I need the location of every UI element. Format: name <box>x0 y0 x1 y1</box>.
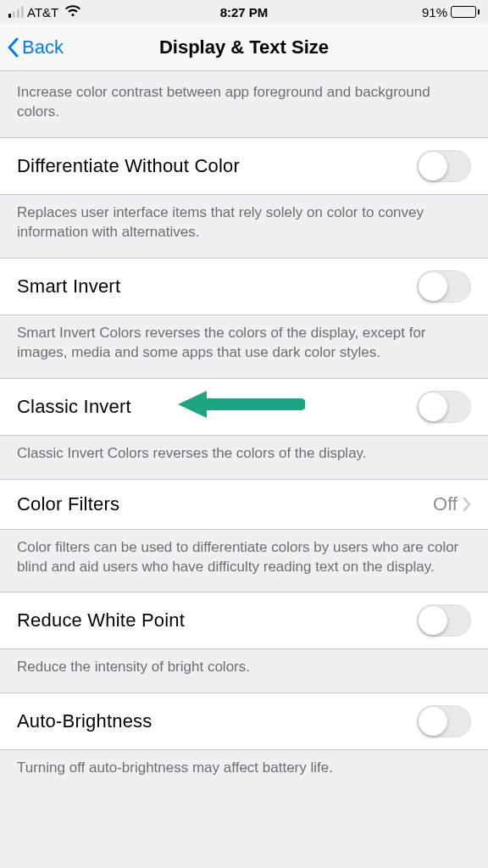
footer-color-filters: Color filters can be used to differentia… <box>0 530 488 593</box>
footer-reduce-white-point: Reduce the intensity of bright colors. <box>0 649 488 693</box>
toggle-smart-invert[interactable] <box>417 270 471 303</box>
battery-icon <box>451 6 480 18</box>
status-bar: AT&T 8:27 PM 91% <box>0 0 488 24</box>
row-auto-brightness[interactable]: Auto-Brightness <box>0 693 488 750</box>
row-color-filters[interactable]: Color Filters Off <box>0 479 488 530</box>
row-differentiate-without-color[interactable]: Differentiate Without Color <box>0 137 488 195</box>
settings-list[interactable]: Increase color contrast between app fore… <box>0 71 488 868</box>
wifi-icon <box>65 5 80 19</box>
back-button[interactable]: Back <box>7 24 64 70</box>
battery-percent: 91% <box>422 5 447 19</box>
row-label: Classic Invert <box>17 396 131 418</box>
toggle-differentiate-without-color[interactable] <box>417 150 471 182</box>
chevron-right-icon <box>463 497 471 512</box>
chevron-left-icon <box>7 37 19 58</box>
footer-differentiate-without-color: Replaces user interface items that rely … <box>0 195 488 258</box>
toggle-auto-brightness[interactable] <box>417 705 471 737</box>
toggle-classic-invert[interactable] <box>417 391 471 423</box>
row-label: Smart Invert <box>17 275 120 298</box>
row-label: Auto-Brightness <box>17 710 152 732</box>
footer-classic-invert: Classic Invert Colors reverses the color… <box>0 436 488 479</box>
arrow-annotation-icon <box>178 387 305 426</box>
row-reduce-white-point[interactable]: Reduce White Point <box>0 592 488 649</box>
footer-auto-brightness: Turning off auto-brightness may affect b… <box>0 750 488 793</box>
footer-increase-contrast: Increase color contrast between app fore… <box>0 71 488 137</box>
row-smart-invert[interactable]: Smart Invert <box>0 258 488 315</box>
toggle-reduce-white-point[interactable] <box>417 604 471 637</box>
row-classic-invert[interactable]: Classic Invert <box>0 378 488 436</box>
back-label: Back <box>22 36 64 58</box>
svg-marker-1 <box>178 391 207 418</box>
nav-bar: Back Display & Text Size <box>0 24 488 71</box>
row-label: Reduce White Point <box>17 609 185 632</box>
page-title: Display & Text Size <box>159 36 329 58</box>
row-label: Color Filters <box>17 493 119 515</box>
carrier-label: AT&T <box>27 5 58 19</box>
cell-signal-icon <box>8 6 24 18</box>
footer-smart-invert: Smart Invert Colors reverses the colors … <box>0 315 488 378</box>
row-label: Differentiate Without Color <box>17 155 240 177</box>
color-filters-value: Off <box>433 493 458 515</box>
